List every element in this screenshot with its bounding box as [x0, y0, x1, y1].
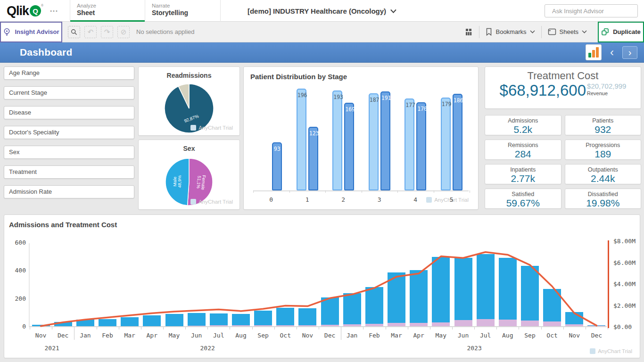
qlik-logo[interactable]: Qlik: [7, 4, 29, 18]
anychart-icon: [190, 125, 196, 131]
month-label: Sep: [520, 332, 540, 339]
stage-bar-5-series-a[interactable]: 179: [441, 98, 451, 190]
filter-sex[interactable]: Sex: [4, 146, 134, 159]
stage-bar-chart[interactable]: 93196123193169187191177170179186: [253, 86, 469, 191]
month-label: Jul: [475, 332, 496, 339]
kpi-label: Inpatients: [485, 166, 561, 173]
bookmark-icon: [486, 28, 492, 36]
kpi-progressions: Progressions189: [565, 140, 642, 160]
bar-value-label: 187: [370, 97, 378, 103]
app-title-dropdown[interactable]: [demo] INDUSTRY Healthcare (Oncology): [248, 0, 396, 22]
app-objects-button[interactable]: [458, 22, 479, 42]
tab-analyze-sheet[interactable]: Analyze Sheet: [70, 0, 145, 22]
search-input[interactable]: [552, 8, 635, 15]
filter-disease[interactable]: Disease: [4, 106, 134, 119]
left-axis-label-400: 400: [8, 267, 26, 274]
kpi-value: 2.44k: [565, 173, 641, 184]
insight-advisor-button[interactable]: Insight Advisor: [0, 22, 62, 42]
stage-bar-5-series-b[interactable]: 186: [453, 94, 462, 190]
axis-tick: [141, 327, 141, 329]
next-sheet-button[interactable]: ›: [622, 46, 637, 59]
bar-value-label: 123: [309, 130, 317, 137]
kpi-remissions: Remissions284: [485, 140, 561, 160]
sheet-thumbnail-button[interactable]: [586, 44, 602, 60]
undo-selection-icon[interactable]: ↶: [84, 26, 97, 38]
duplicate-icon: [601, 28, 609, 36]
left-axis-label-200: 200: [8, 295, 26, 302]
treatment-cost-line[interactable]: [30, 243, 608, 327]
stage-bar-4-series-b[interactable]: 170: [416, 102, 426, 190]
stage-bar-0-series-b[interactable]: 93: [272, 142, 282, 190]
stage-axis-label-1: 1: [298, 196, 317, 203]
insight-advisor-search[interactable]: [545, 4, 638, 17]
bookmarks-button[interactable]: Bookmarks: [479, 22, 541, 42]
tab-top-label: Analyze: [77, 3, 145, 8]
left-axis-label-0: 0: [8, 323, 26, 330]
bar-value-label: 169: [345, 106, 353, 113]
kpi-patients: Patients932: [565, 115, 642, 135]
stage-axis-label-2: 2: [334, 196, 353, 203]
kpi-value: 2.77k: [485, 173, 561, 184]
kpi-label: Remissions: [485, 142, 561, 148]
axis-tick: [289, 190, 290, 193]
filter-panel: Age RangeCurrent StageDiseaseDoctor's Sp…: [4, 66, 134, 205]
previous-sheet-button[interactable]: ‹: [608, 47, 616, 58]
insight-advisor-label: Insight Advisor: [15, 28, 59, 35]
axis-tick: [474, 327, 475, 329]
stage-bar-1-series-b[interactable]: 123: [308, 127, 318, 190]
axis-tick: [452, 327, 453, 329]
axis-tick: [185, 327, 186, 329]
axis-tick: [397, 190, 398, 193]
stage-bar-1-series-a[interactable]: 196: [297, 89, 306, 190]
stage-bar-3-series-b[interactable]: 191: [380, 91, 390, 190]
lightbulb-icon: [3, 28, 11, 36]
kpi-admissions: Admissions5.2k: [485, 115, 561, 135]
stage-bar-3-series-a[interactable]: 187: [369, 93, 379, 190]
month-label: May: [164, 332, 185, 339]
stage-axis-label-0: 0: [262, 196, 281, 203]
filter-age-range[interactable]: Age Range: [4, 66, 134, 80]
sex-pie-card: Sex Female51,1%Male48,9% AnyChart Trial: [138, 140, 240, 210]
clear-selections-icon[interactable]: ⊘: [117, 26, 130, 38]
filter-current-stage[interactable]: Current Stage: [4, 86, 134, 99]
filter-treatment[interactable]: Treatment: [4, 165, 134, 179]
kpi-title: Treatment Cost: [485, 70, 641, 82]
anychart-watermark: AnyChart Trial: [190, 199, 233, 205]
sheets-button[interactable]: Sheets: [542, 22, 593, 42]
bar-value-label: 93: [273, 146, 281, 152]
month-label: Jan: [342, 332, 363, 339]
axis-tick: [541, 327, 542, 329]
pie-slice-label: Female51,1%: [196, 174, 207, 190]
axis-tick: [274, 327, 275, 329]
combo-chart-plot[interactable]: NovDecJanFebMarAprMayJunJulAugSepOctNovD…: [29, 243, 607, 327]
month-label: Nov: [564, 332, 585, 339]
filter-admission-rate[interactable]: Admission Rate: [4, 185, 134, 198]
chart-title: Patient Distribution by Stage: [250, 73, 347, 81]
kpi-dissatisfied: Dissatisfied19.98%: [565, 189, 642, 209]
bar-value-label: 186: [454, 97, 462, 104]
more-menu-button[interactable]: •••: [50, 8, 58, 14]
axis-tick: [408, 327, 408, 329]
month-label: Nov: [297, 332, 318, 339]
sheets-label: Sheets: [560, 28, 578, 35]
stage-bar-4-series-a[interactable]: 177: [405, 99, 414, 190]
tab-narrate-storytelling[interactable]: Narrate Storytelling: [145, 0, 221, 22]
axis-tick: [252, 327, 253, 329]
redo-selection-icon[interactable]: ↷: [101, 26, 113, 38]
stage-bar-2-series-b[interactable]: 169: [344, 103, 354, 190]
selection-tools: ↶ ↷ ⊘: [68, 26, 130, 38]
stage-bar-2-series-a[interactable]: 193: [332, 90, 342, 190]
axis-tick: [586, 327, 586, 329]
kpi-main-value: $68,912,600: [500, 82, 586, 99]
axis-tick: [496, 327, 497, 329]
filter-doctor-s-speciality[interactable]: Doctor's Speciality: [4, 126, 134, 139]
selections-search-icon[interactable]: [68, 26, 80, 38]
mini-bar-orange: [592, 50, 595, 58]
month-label: Aug: [497, 332, 518, 339]
readmissions-pie-card: Readmissions 92,87% AnyChart Trial: [138, 66, 240, 136]
stage-axis-label-4: 4: [406, 196, 425, 203]
year-label-2021: 2021: [38, 345, 66, 352]
duplicate-button[interactable]: Duplicate: [598, 22, 644, 42]
bar-value-label: 193: [333, 94, 341, 100]
axis-tick: [97, 327, 97, 329]
